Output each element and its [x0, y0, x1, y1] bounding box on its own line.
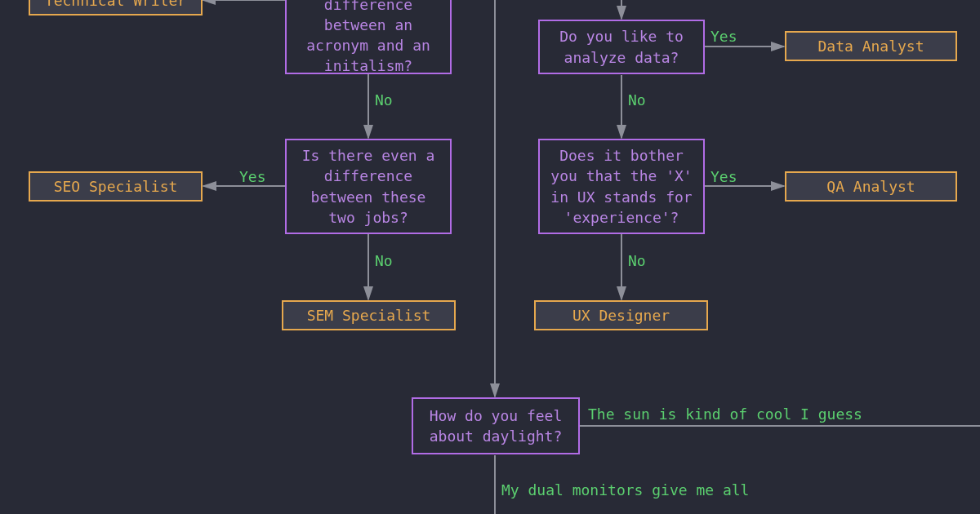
result-data-analyst-text: Data Analyst: [817, 36, 924, 56]
decision-two-jobs-text: Is there even a difference between these…: [295, 145, 442, 228]
result-technical-writer: Technical Writer: [29, 0, 203, 16]
result-qa-analyst-text: QA Analyst: [826, 176, 915, 197]
result-ux-designer: UX Designer: [534, 300, 708, 330]
decision-acronym-text: Do you know the difference between an ac…: [295, 0, 442, 76]
result-seo-specialist: SEO Specialist: [29, 171, 203, 202]
decision-analyze-data: Do you like to analyze data?: [538, 20, 705, 74]
result-sem-specialist: SEM Specialist: [282, 300, 456, 330]
decision-ux-x-text: Does it bother you that the 'X' in UX st…: [548, 145, 695, 228]
result-sem-specialist-text: SEM Specialist: [307, 305, 431, 326]
result-data-analyst: Data Analyst: [785, 31, 957, 61]
result-technical-writer-text: Technical Writer: [45, 0, 186, 11]
decision-daylight: How do you feel about daylight?: [412, 397, 580, 454]
decision-analyze-data-text: Do you like to analyze data?: [548, 26, 695, 67]
decision-daylight-text: How do you feel about daylight?: [421, 405, 570, 446]
result-ux-designer-text: UX Designer: [572, 305, 670, 326]
edge-label-twojobs-yes: Yes: [239, 168, 266, 185]
result-qa-analyst: QA Analyst: [785, 171, 957, 202]
edge-label-analyze-yes: Yes: [710, 28, 737, 45]
edge-label-daylight-monitors: My dual monitors give me all: [501, 481, 749, 498]
edge-label-uxx-yes: Yes: [710, 168, 737, 185]
edge-label-uxx-no: No: [628, 252, 646, 269]
edge-label-analyze-no: No: [628, 91, 646, 109]
decision-ux-x: Does it bother you that the 'X' in UX st…: [538, 139, 705, 234]
result-seo-specialist-text: SEO Specialist: [54, 176, 178, 197]
decision-acronym: Do you know the difference between an ac…: [285, 0, 452, 74]
edge-label-acronym-no: No: [375, 91, 393, 109]
edge-label-daylight-sun: The sun is kind of cool I guess: [588, 405, 862, 423]
edge-label-twojobs-no: No: [375, 252, 393, 269]
decision-two-jobs: Is there even a difference between these…: [285, 139, 452, 234]
